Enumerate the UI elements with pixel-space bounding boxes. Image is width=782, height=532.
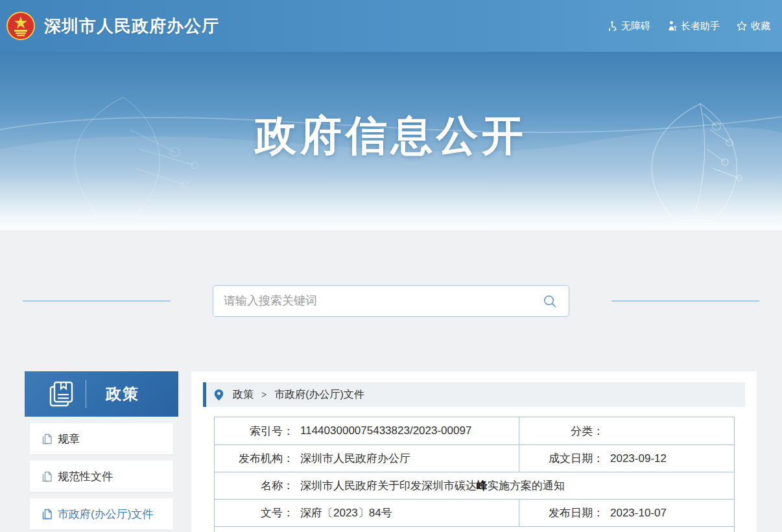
book-icon xyxy=(47,379,75,409)
document-name-cell: 名称： 深圳市人民政府关于印发深圳市碳达峰实施方案的通知 xyxy=(215,472,734,499)
favorite-label: 收藏 xyxy=(751,20,770,32)
publish-date-value: 2023-10-07 xyxy=(610,507,667,520)
table-row: 名称： 深圳市人民政府关于印发深圳市碳达峰实施方案的通知 xyxy=(215,472,734,499)
publish-date-label: 发布日期： xyxy=(519,505,604,520)
written-date-value: 2023-09-12 xyxy=(610,452,667,465)
sidebar-header-divider xyxy=(86,380,86,408)
sidebar-item-label: 规范性文件 xyxy=(58,469,113,484)
page-title: 政府信息公开 xyxy=(0,108,782,164)
elder-assist-icon xyxy=(667,21,677,31)
search-box xyxy=(213,285,569,317)
category-cell: 分类： xyxy=(519,417,734,445)
issuing-agency-value: 深圳市人民政府办公厅 xyxy=(300,451,410,466)
table-row-partial xyxy=(215,526,734,532)
breadcrumb-separator: > xyxy=(261,389,267,400)
breadcrumb-item-municipal-documents[interactable]: 市政府(办公厅)文件 xyxy=(274,388,364,402)
document-name-label: 名称： xyxy=(215,478,294,493)
category-label: 分类： xyxy=(519,424,604,439)
location-pin-icon xyxy=(214,389,224,401)
index-number-label: 索引号： xyxy=(215,424,294,439)
accessibility-label: 无障碍 xyxy=(621,20,650,32)
sidebar-header: 政策 xyxy=(25,371,178,417)
topbar-links: 无障碍 长者助手 收藏 xyxy=(607,0,770,52)
policy-sidebar: 政策 规章 规范性文件 xyxy=(25,371,178,529)
written-date-label: 成文日期： xyxy=(519,451,604,466)
index-number-value: 114403000075433823/2023-00097 xyxy=(300,424,471,437)
sidebar-item-regulations[interactable]: 规章 xyxy=(30,423,173,454)
hero-banner: 政府信息公开 xyxy=(0,52,782,230)
search-button[interactable] xyxy=(541,293,558,310)
site-title: 深圳市人民政府办公厅 xyxy=(44,15,219,38)
national-emblem-logo xyxy=(6,10,35,41)
top-header-bar: 深圳市人民政府办公厅 无障碍 长者助手 xyxy=(0,0,782,52)
sidebar-title: 政策 xyxy=(106,384,139,404)
issuing-agency-label: 发布机构： xyxy=(215,451,294,466)
index-number-cell: 索引号： 114403000075433823/2023-00097 xyxy=(215,417,519,445)
page-root: 深圳市人民政府办公厅 无障碍 长者助手 xyxy=(0,0,782,532)
document-name-highlighted-keyword: 峰 xyxy=(477,480,488,492)
document-icon xyxy=(42,509,53,520)
main-content-panel: 政策 > 市政府(办公厅)文件 索引号： 114403000075433823/… xyxy=(191,371,757,532)
elder-assist-label: 长者助手 xyxy=(681,20,720,32)
elder-assist-link[interactable]: 长者助手 xyxy=(667,20,720,32)
document-number-value: 深府〔2023〕84号 xyxy=(300,505,392,520)
document-icon xyxy=(42,471,53,482)
sidebar-item-municipal-documents[interactable]: 市政府(办公厅)文件 xyxy=(30,498,173,529)
search-icon xyxy=(543,294,557,308)
decorative-line-right xyxy=(611,301,759,301)
sidebar-item-label: 规章 xyxy=(58,432,80,446)
accessibility-link[interactable]: 无障碍 xyxy=(607,20,650,32)
document-name-text-post: 实施方案的通知 xyxy=(488,480,565,492)
document-name-value: 深圳市人民政府关于印发深圳市碳达峰实施方案的通知 xyxy=(300,478,565,493)
issuing-agency-cell: 发布机构： 深圳市人民政府办公厅 xyxy=(215,445,519,472)
document-number-label: 文号： xyxy=(215,505,294,520)
publish-date-cell: 发布日期： 2023-10-07 xyxy=(519,500,734,526)
decorative-line-left xyxy=(23,301,171,301)
favorite-link[interactable]: 收藏 xyxy=(737,20,770,32)
breadcrumb-item-policy[interactable]: 政策 xyxy=(233,388,254,402)
star-icon xyxy=(737,21,747,31)
accessibility-icon xyxy=(607,21,617,31)
breadcrumb: 政策 > 市政府(办公厅)文件 xyxy=(203,382,745,407)
table-row: 索引号： 114403000075433823/2023-00097 分类： xyxy=(215,417,734,445)
document-name-text-pre: 深圳市人民政府关于印发深圳市碳达 xyxy=(300,480,477,492)
table-row: 文号： 深府〔2023〕84号 发布日期： 2023-10-07 xyxy=(215,499,734,526)
sidebar-item-label: 市政府(办公厅)文件 xyxy=(58,507,153,522)
document-number-cell: 文号： 深府〔2023〕84号 xyxy=(215,500,519,526)
content-section: 政策 规章 规范性文件 xyxy=(0,230,782,532)
document-icon xyxy=(42,434,53,445)
sidebar-item-normative-documents[interactable]: 规范性文件 xyxy=(30,461,173,492)
search-input[interactable] xyxy=(224,294,541,308)
partial-row-cell xyxy=(215,527,734,532)
written-date-cell: 成文日期： 2023-09-12 xyxy=(519,445,734,472)
table-row: 发布机构： 深圳市人民政府办公厅 成文日期： 2023-09-12 xyxy=(215,445,734,472)
document-info-table: 索引号： 114403000075433823/2023-00097 分类： 发… xyxy=(214,417,735,532)
